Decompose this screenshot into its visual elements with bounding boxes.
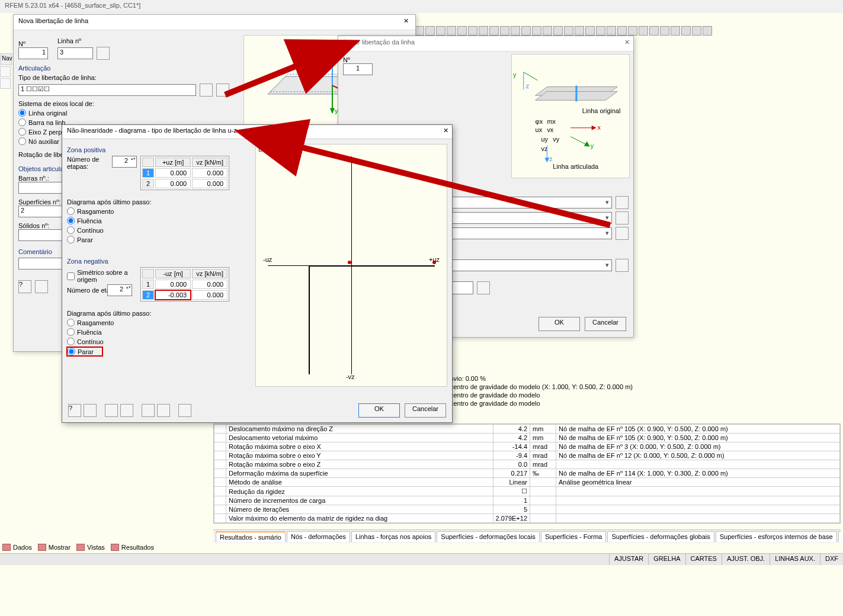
cell-uz[interactable]: 0.000 [155, 280, 191, 289]
toolbar-icon[interactable] [649, 26, 659, 36]
etapas-neg-spinner[interactable]: 2 [107, 284, 132, 296]
bottom-tab[interactable]: Mostrar [38, 544, 70, 551]
units-icon[interactable] [84, 404, 97, 417]
toolbar-icon[interactable] [479, 26, 488, 36]
rownum[interactable]: 1 [142, 168, 154, 178]
line-no-combo[interactable]: 3 [57, 47, 93, 59]
toolbar-icon[interactable] [671, 26, 680, 36]
results-tab[interactable]: Superfícies - deformações locais [437, 531, 540, 542]
radio-input[interactable] [67, 338, 75, 345]
toolbar-icon[interactable] [511, 26, 520, 36]
excel-export-icon[interactable] [157, 404, 170, 417]
toolbar-icon[interactable] [585, 26, 595, 36]
toolbar-icon[interactable] [436, 26, 445, 36]
radio-neg-continuo[interactable]: Contínuo [67, 338, 251, 345]
results-tab[interactable]: Superfícies - Forma [541, 531, 607, 542]
toolbar-icon[interactable] [703, 26, 712, 36]
radio-input[interactable] [18, 137, 26, 145]
radio-input[interactable] [18, 128, 26, 136]
status-cell[interactable]: LINHAS AUX. [770, 554, 820, 565]
toolbar-icon[interactable] [660, 26, 669, 36]
toolbar-icon[interactable] [639, 26, 648, 36]
cell-vz[interactable]: 0.000 [192, 280, 227, 289]
toolbar-icon[interactable] [415, 26, 424, 36]
toolbar-icon[interactable] [489, 26, 499, 36]
toolbar-icon[interactable] [564, 26, 573, 36]
status-cell[interactable]: CARTES [685, 554, 722, 565]
radio-continuo[interactable]: Contínuo [67, 226, 251, 234]
etapas-pos-spinner[interactable]: 2 [112, 156, 137, 168]
cell-uz[interactable]: 0.000 [155, 168, 191, 178]
toolbar-icon[interactable] [596, 26, 605, 36]
toolbar-icon[interactable] [500, 26, 509, 36]
radio-input[interactable] [67, 236, 75, 243]
ok-button[interactable]: OK [358, 403, 400, 418]
save-icon[interactable] [120, 404, 133, 417]
toolbar-icon[interactable] [532, 26, 541, 36]
ok-button[interactable]: OK [539, 317, 580, 331]
calc-icon[interactable] [178, 404, 191, 417]
toolbar-icon[interactable] [457, 26, 467, 36]
radio-input[interactable] [67, 207, 75, 215]
toolbar-icon[interactable] [543, 26, 552, 36]
results-tab[interactable]: Superfícies - esforços internos de base [716, 531, 837, 542]
nl-edit-icon[interactable] [616, 259, 629, 272]
radio-parar[interactable]: Parar [67, 236, 251, 243]
simetrico-check[interactable]: Simétrico sobre a origem [67, 269, 137, 283]
open-icon[interactable] [105, 404, 118, 417]
toolbar-icon[interactable] [425, 26, 435, 36]
toolbar-icon[interactable] [553, 26, 563, 36]
nl-edit-icon[interactable] [616, 227, 629, 240]
toolbar-icon[interactable] [692, 26, 701, 36]
checkbox-input[interactable] [67, 272, 75, 280]
radio-input[interactable] [18, 118, 26, 126]
side-icon[interactable] [0, 66, 11, 77]
cancel-button[interactable]: Cancelar [585, 317, 626, 331]
cell-vz[interactable]: 0.000 [192, 168, 227, 178]
close-icon[interactable]: ✕ [400, 17, 412, 28]
units-icon[interactable] [35, 280, 48, 293]
toolbar-icon[interactable] [628, 26, 637, 36]
toolbar-icon[interactable] [681, 26, 691, 36]
cell-uz-highlighted[interactable]: -0.003 [155, 290, 191, 300]
status-cell[interactable]: AJUST. OBJ. [722, 554, 770, 565]
cancel-button[interactable]: Cancelar [405, 403, 446, 418]
results-tab[interactable]: Superfícies - deformações globais [607, 531, 714, 542]
barras-input[interactable] [18, 182, 66, 194]
help-icon[interactable]: ? [68, 404, 81, 417]
status-cell[interactable]: DXF [820, 554, 843, 565]
radio-input[interactable] [67, 328, 75, 336]
comentario-input[interactable] [18, 258, 66, 270]
close-icon[interactable]: ✕ [624, 38, 630, 46]
status-cell[interactable]: AJUSTAR [609, 554, 648, 565]
status-cell[interactable]: GRELHA [648, 554, 685, 565]
rownum[interactable]: 2 [142, 179, 154, 188]
radio-input[interactable] [67, 217, 75, 224]
help-icon[interactable]: ? [18, 280, 31, 293]
cell-uz[interactable]: 0.000 [155, 179, 191, 188]
excel-import-icon[interactable] [142, 404, 155, 417]
radio-input[interactable] [67, 226, 75, 234]
superficies-input[interactable]: 2 [18, 206, 66, 217]
bottom-tab[interactable]: Vistas [76, 544, 105, 551]
new-type-icon[interactable] [200, 84, 213, 97]
toolbar-icon[interactable] [617, 26, 627, 36]
cell-vz[interactable]: 0.000 [192, 179, 227, 188]
radio-neg-rasgamento[interactable]: Rasgamento [67, 319, 251, 326]
close-icon[interactable]: ✕ [443, 127, 448, 134]
radio-rasgamento[interactable]: Rasgamento [67, 207, 251, 215]
rownum[interactable]: 2 [142, 290, 154, 300]
radio-neg-fluencia[interactable]: Fluência [67, 328, 251, 336]
radio-input[interactable] [18, 109, 26, 117]
toolbar-icon[interactable] [447, 26, 456, 36]
bottom-tab[interactable]: Dados [2, 544, 32, 551]
bottom-tab[interactable]: Resultados [111, 544, 154, 551]
results-tab[interactable]: Linhas - forças nos apoios [351, 531, 435, 542]
results-tab[interactable]: Resultados - sumário [216, 531, 286, 542]
nl-edit-icon[interactable] [616, 211, 629, 224]
toolbar-icon[interactable] [607, 26, 616, 36]
toolbar-icon[interactable] [468, 26, 477, 36]
rownum[interactable]: 1 [142, 280, 154, 289]
cell-vz[interactable]: 0.000 [192, 290, 227, 300]
nl-edit-icon[interactable] [616, 196, 629, 209]
